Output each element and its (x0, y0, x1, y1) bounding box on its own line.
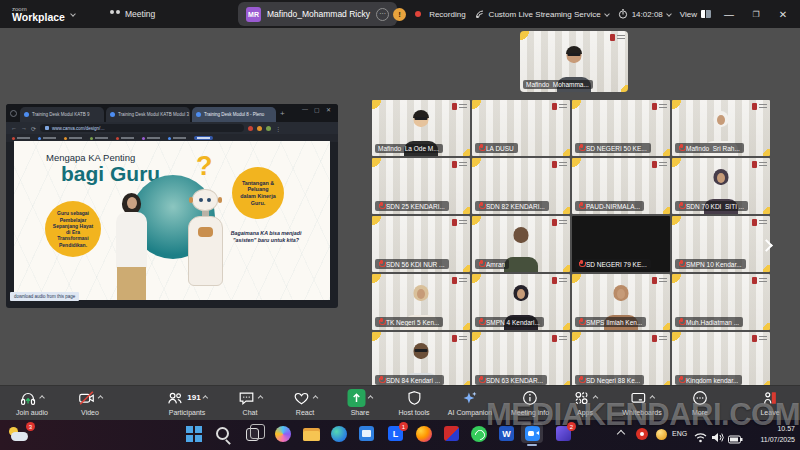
participant-tile[interactable]: SDN 63 KENDAR... (472, 332, 570, 388)
participant-tile[interactable]: Kingdom kendar... (672, 332, 770, 388)
meeting-toolbar: Join audio Video 191 Participants Chat (0, 385, 800, 420)
tray-alert-app[interactable] (656, 426, 667, 440)
organization-logo (552, 161, 567, 168)
l-app-button[interactable]: 1 L (388, 426, 403, 441)
notification-badge: 3 (26, 422, 35, 431)
chat-icon (238, 389, 256, 407)
share-button[interactable]: Share (348, 389, 373, 416)
next-page-button[interactable] (756, 228, 776, 262)
participant-name: Amran (486, 261, 505, 268)
participant-tile[interactable]: SDN 82 KENDARI... (472, 158, 570, 214)
participant-tile[interactable]: SD NEGERI 50 KE... (572, 100, 670, 156)
recording-dot-icon (415, 11, 421, 17)
whatsapp-button[interactable] (471, 426, 487, 442)
participant-name: Muh.Hadiatman ... (686, 319, 739, 326)
more-button[interactable]: More (691, 389, 709, 416)
copilot-button[interactable] (275, 426, 291, 442)
taskbar-search-button[interactable] (216, 426, 229, 440)
organization-logo (610, 34, 625, 41)
participant-tile[interactable]: TK Negeri 5 Ken... (372, 274, 470, 330)
avatar: MR (246, 7, 261, 22)
leave-button[interactable]: Leave (760, 389, 779, 416)
organization-logo (652, 161, 667, 168)
chat-button[interactable]: Chat (238, 389, 263, 416)
task-view-button[interactable] (246, 426, 259, 441)
taskbar-clock[interactable]: 10.57 11/07/2025 (760, 424, 795, 446)
store-button[interactable] (359, 426, 374, 441)
word-button[interactable]: W (499, 426, 514, 441)
game-app-button[interactable] (444, 426, 459, 441)
ai-companion-button[interactable]: AI Companion (448, 389, 492, 416)
participant-tile[interactable]: SDN 25 KENDARI... (372, 158, 470, 214)
view-button[interactable]: View (680, 10, 711, 19)
apps-button[interactable]: Apps (573, 389, 598, 416)
participant-tile-camera-off[interactable]: SD NEGERI 79 KE... (572, 216, 670, 272)
notification-badge: 2 (567, 422, 576, 431)
participant-figure (603, 285, 639, 319)
volume-indicator[interactable] (711, 429, 724, 447)
participant-tile[interactable]: Mafindo_La Ode M... (372, 100, 470, 156)
tab-meeting[interactable]: Meeting (110, 0, 155, 28)
participant-name: SDN 84 Kendari ... (386, 377, 440, 384)
maximize-button[interactable]: ❐ (747, 10, 765, 19)
shared-screen-browser[interactable]: Training Desk Modul KATB 9 Training Desk… (6, 104, 338, 308)
participant-tile[interactable]: Amran (472, 216, 570, 272)
speaker-video-tile[interactable]: Mafindo_Mohamma... (520, 31, 628, 92)
participant-tile[interactable]: SMPS Ilmiah Ken... (572, 274, 670, 330)
chevron-up-icon[interactable] (203, 395, 209, 401)
file-explorer-button[interactable] (303, 426, 320, 441)
live-streaming-indicator[interactable]: Custom Live Streaming Service (475, 9, 609, 19)
participant-tile[interactable]: SDN 70 KDI_SITI ... (672, 158, 770, 214)
participant-name: SD Negeri 88 Ke... (586, 377, 640, 384)
chevron-up-icon[interactable] (313, 395, 319, 401)
tab-active-participant[interactable]: MR Mafindo_Mohammad Ricky ⋯ (238, 2, 397, 26)
participant-tile[interactable]: SDN 84 Kendari ... (372, 332, 470, 388)
participant-name: Kingdom kendar... (686, 377, 738, 384)
purple-app-button[interactable]: 2 (556, 426, 571, 441)
tray-recording-app[interactable] (636, 426, 648, 440)
meeting-info-button[interactable]: Meeting info (511, 389, 549, 416)
battery-indicator[interactable] (728, 430, 743, 448)
alert-icon[interactable]: ! (393, 8, 406, 21)
host-tools-button[interactable]: Host tools (398, 389, 429, 416)
organization-logo (752, 103, 767, 110)
muted-mic-icon (478, 202, 484, 210)
participant-tile[interactable]: Mafindo_Sri Rah... (672, 100, 770, 156)
chevron-up-icon[interactable] (258, 395, 264, 401)
video-label: Video (81, 409, 99, 416)
participant-tile[interactable]: LA DUSU (472, 100, 570, 156)
edge-button[interactable] (331, 426, 347, 442)
task-view-icon (246, 428, 259, 441)
participant-tile[interactable]: SDN 56 KDI NUR ... (372, 216, 470, 272)
meeting-timer[interactable]: 14:02:08 (618, 9, 671, 19)
participant-tile[interactable]: PAUD-NIRMALA... (572, 158, 670, 214)
wifi-indicator[interactable] (694, 429, 707, 447)
participant-tile[interactable]: Muh.Hadiatman ... (672, 274, 770, 330)
react-button[interactable]: React (293, 389, 318, 416)
chevron-down-icon[interactable] (70, 11, 76, 17)
extension-icon (248, 126, 253, 131)
chevron-up-icon[interactable] (98, 395, 104, 401)
minimize-button[interactable]: — (720, 9, 738, 20)
tray-expand-button[interactable] (618, 426, 624, 437)
chevron-up-icon[interactable] (593, 395, 599, 401)
chevron-up-icon[interactable] (650, 395, 656, 401)
join-audio-button[interactable]: Join audio (16, 389, 48, 416)
tab-options-icon[interactable]: ⋯ (376, 8, 389, 21)
zoom-app-button-active[interactable] (523, 425, 541, 441)
close-button[interactable]: ✕ (774, 9, 792, 20)
chevron-up-icon[interactable] (368, 395, 374, 401)
participant-tile[interactable]: SMPN 4 Kendari... (472, 274, 570, 330)
whiteboards-button[interactable]: Whiteboards (622, 389, 661, 416)
recording-indicator[interactable]: Recording (415, 10, 465, 19)
shield-icon (405, 389, 423, 407)
start-button[interactable] (186, 426, 202, 442)
participants-button[interactable]: 191 Participants (166, 389, 207, 416)
participant-tile[interactable]: SD Negeri 88 Ke... (572, 332, 670, 388)
firefox-button[interactable] (416, 426, 432, 442)
video-button[interactable]: Video (78, 389, 103, 416)
chevron-up-icon[interactable] (40, 395, 46, 401)
taskbar-weather-widget[interactable]: 3 (8, 426, 30, 443)
language-indicator[interactable]: ENG (672, 430, 687, 437)
muted-mic-icon (478, 144, 484, 152)
